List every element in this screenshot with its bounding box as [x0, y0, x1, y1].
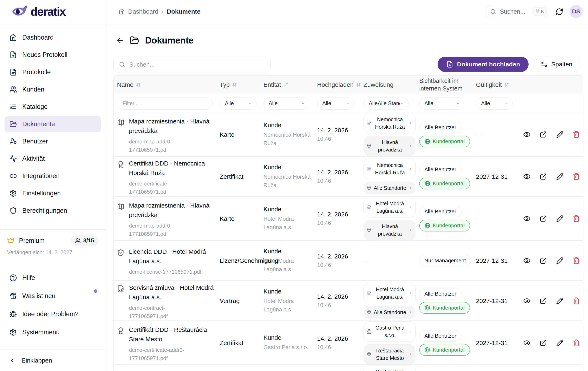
assignment-chip[interactable]: Hotel Modrá Lagúna a.s.: [364, 283, 416, 303]
edit-button[interactable]: [556, 257, 563, 264]
entity-name: Hotel Modrá Lagúna a.s.: [263, 297, 311, 314]
assignment-chip[interactable]: Alle Standorte: [364, 181, 416, 194]
open-button[interactable]: [540, 297, 547, 304]
sidebar-item-protokolle[interactable]: Protokolle: [5, 64, 101, 80]
hochgeladen-filter-select[interactable]: Alle: [317, 97, 354, 110]
sidebar-item-kunden[interactable]: Kunden: [5, 81, 101, 98]
gueltigkeit-filter-select[interactable]: Alle: [476, 97, 513, 110]
column-header-entität[interactable]: Entität: [260, 81, 314, 88]
document-title[interactable]: Mapa rozmiestnenia - Hlavná prevádzka: [129, 201, 216, 220]
view-button[interactable]: [523, 215, 530, 222]
view-button[interactable]: [523, 339, 530, 346]
documents-search-input[interactable]: [129, 61, 265, 68]
column-header-name[interactable]: Name: [114, 81, 216, 88]
document-title[interactable]: Certifikát DDD - Nemocnica Horská Ruža: [129, 159, 216, 178]
breadcrumb-dokumente[interactable]: Dokumente: [167, 8, 200, 15]
assignment-chip[interactable]: Alle Standorte: [364, 306, 416, 319]
visibility-chip[interactable]: Kundenportal: [419, 136, 470, 147]
visibility-chip[interactable]: Kundenportal: [419, 302, 470, 314]
document-title[interactable]: Licencia DDD - Hotel Modrá Lagúna a.s.: [129, 247, 216, 266]
delete-button[interactable]: [573, 131, 580, 138]
edit-button[interactable]: [556, 297, 563, 304]
document-title[interactable]: Mapa rozmiestnenia - Catering centrum: [129, 369, 216, 371]
open-button[interactable]: [540, 339, 547, 346]
visibility-chip[interactable]: Alle Benutzer: [419, 288, 462, 300]
sidebar-item-neues-protokoll[interactable]: Neues Protokoll: [5, 47, 101, 63]
upload-document-button[interactable]: Dokument hochladen: [438, 57, 529, 72]
shield-check-icon: [117, 249, 124, 256]
breadcrumb-dashboard[interactable]: Dashboard: [128, 8, 158, 15]
assignment-chip[interactable]: Hlavná prevádzka: [364, 220, 416, 240]
view-button[interactable]: [523, 297, 530, 304]
delete-button[interactable]: [573, 297, 580, 304]
refresh-button[interactable]: [556, 8, 563, 15]
sidebar-item-hilfe[interactable]: Hilfe: [5, 269, 101, 287]
name-filter-input[interactable]: [117, 97, 213, 110]
open-button[interactable]: [540, 257, 547, 264]
view-button[interactable]: [523, 173, 530, 180]
sidebar-item-kataloge[interactable]: Kataloge: [5, 99, 101, 115]
view-button[interactable]: [523, 257, 530, 264]
column-header-gültigkeit[interactable]: Gültigkeit: [473, 81, 517, 88]
typ-filter-select[interactable]: Alle: [220, 97, 256, 110]
sidebar-item-einstellungen[interactable]: Einstellungen: [5, 185, 101, 201]
sichtbarkeit-filter-select[interactable]: Alle: [419, 97, 464, 110]
visibility-chip[interactable]: Kundenportal: [419, 344, 470, 356]
edit-button[interactable]: [556, 131, 563, 138]
document-title[interactable]: Certifikát DDD - Reštaurácia Staré Mesto: [129, 325, 216, 344]
view-button[interactable]: [523, 131, 530, 138]
map-pin-icon: [367, 310, 371, 314]
filter-cell: AlleAlle Standorte: [360, 97, 416, 110]
sidebar-item-aktivitaet[interactable]: Aktivität: [5, 151, 101, 167]
documents-search[interactable]: [114, 57, 271, 72]
global-search[interactable]: Suchen... ⌘ K: [485, 5, 549, 18]
assignment-chip[interactable]: Hlavná prevádzka: [364, 136, 416, 156]
edit-button[interactable]: [556, 173, 563, 180]
open-button[interactable]: [540, 215, 547, 222]
assignment-chip[interactable]: Reštaurácia Staré Mesto: [364, 344, 416, 365]
sidebar-item-systemmenue[interactable]: Systemmenü: [5, 323, 101, 341]
document-title[interactable]: Mapa rozmiestnenia - Hlavná prevádzka: [129, 117, 216, 136]
open-button[interactable]: [540, 173, 547, 180]
document-title[interactable]: Servisná zmluva - Hotel Modrá Lagúna a.s…: [129, 283, 216, 302]
sidebar-item-berechtigungen[interactable]: Berechtigungen: [5, 203, 101, 219]
avatar[interactable]: DS: [569, 5, 583, 18]
edit-button[interactable]: [556, 339, 563, 346]
chevron-right-icon: [409, 167, 412, 171]
visibility-chip[interactable]: Kundenportal: [419, 220, 470, 231]
folder-open-icon: [10, 120, 17, 128]
assignment-chip[interactable]: Gastro Perla s.r.o.: [364, 365, 416, 371]
visibility-chip[interactable]: Alle Benutzer: [419, 330, 462, 341]
sidebar-item-was-ist-neu[interactable]: Was ist neu: [5, 287, 101, 305]
delete-button[interactable]: [573, 257, 580, 264]
delete-button[interactable]: [573, 215, 580, 222]
visibility-chip[interactable]: Kundenportal: [419, 178, 470, 190]
logo[interactable]: deratix: [0, 0, 106, 23]
visibility-chip[interactable]: Alle Benutzer: [419, 206, 462, 217]
visibility-chip[interactable]: Alle Benutzer: [419, 122, 462, 133]
back-button[interactable]: [116, 37, 124, 44]
open-button[interactable]: [540, 131, 547, 138]
delete-button[interactable]: [573, 173, 580, 180]
delete-button[interactable]: [573, 339, 580, 346]
assignment-chip[interactable]: Hotel Modrá Lagúna a.s.: [364, 197, 416, 217]
sidebar-item-idee-oder-problem[interactable]: Idee oder Problem?: [5, 305, 101, 323]
column-header-typ[interactable]: Typ: [216, 81, 260, 88]
sidebar-item-integrationen[interactable]: Integrationen: [5, 168, 101, 184]
columns-button[interactable]: Spalten: [533, 57, 580, 72]
sidebar-item-dokumente[interactable]: Dokumente: [5, 116, 101, 132]
sidebar-item-benutzer[interactable]: Benutzer: [5, 133, 101, 150]
filter-select-value: Alle: [269, 100, 301, 107]
sidebar-item-dashboard[interactable]: Dashboard: [5, 30, 101, 46]
zuweisung-filter-select[interactable]: AlleAlle Standorte: [364, 97, 409, 110]
assignment-chip[interactable]: Nemocnica Horská Ruža: [364, 159, 416, 179]
edit-button[interactable]: [556, 215, 563, 222]
building-icon: [367, 291, 371, 296]
assignment-chip[interactable]: Gastro Perla s.r.o.: [364, 321, 416, 342]
visibility-chip[interactable]: Alle Benutzer: [419, 164, 462, 175]
visibility-chip[interactable]: Nur Management: [419, 255, 471, 266]
collapse-sidebar-button[interactable]: Einklappen: [0, 350, 105, 371]
entitaet-filter-select[interactable]: Alle: [263, 97, 309, 110]
assignment-chip[interactable]: Nemocnica Horská Ruža: [364, 113, 416, 133]
column-header-hochgeladen[interactable]: Hochgeladen: [314, 81, 360, 88]
